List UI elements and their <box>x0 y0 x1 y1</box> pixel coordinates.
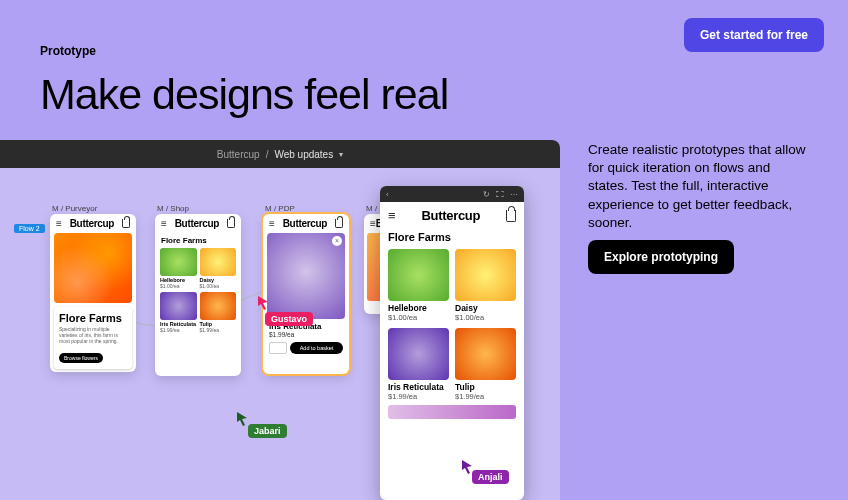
product-name: Tulip <box>455 382 516 392</box>
purveyor-card: Flore Farms Specializing in multiple var… <box>54 307 132 369</box>
product-image <box>160 248 197 276</box>
product-cell[interactable]: Daisy$1.00/ea <box>200 248 237 289</box>
product-image <box>455 249 516 301</box>
product-strip <box>388 405 516 419</box>
chevron-down-icon[interactable]: ▾ <box>339 150 343 159</box>
quantity-stepper[interactable] <box>269 342 287 354</box>
section-eyebrow: Prototype <box>40 44 96 58</box>
breadcrumb-root[interactable]: Buttercup <box>217 149 260 160</box>
flow-badge[interactable]: Flow 2 <box>14 224 45 233</box>
close-icon[interactable]: × <box>332 236 342 246</box>
preview-title: Flore Farms <box>380 229 524 249</box>
product-cell[interactable]: Iris Reticulata$1.99/ea <box>388 328 449 401</box>
product-image <box>200 292 237 320</box>
hamburger-icon[interactable]: ≡ <box>56 218 62 229</box>
expand-icon[interactable]: ⛶ <box>496 190 504 199</box>
product-cell[interactable]: Hellebore$1.00/ea <box>388 249 449 322</box>
hero-image <box>54 233 132 303</box>
hamburger-icon[interactable]: ≡ <box>161 218 167 229</box>
breadcrumb-page[interactable]: Web updates <box>274 149 333 160</box>
prototype-preview-window: ‹ ↻ ⛶ ⋯ ≡ Buttercup Flore Farms Hellebor… <box>380 186 524 500</box>
mock-frame-pdp[interactable]: ≡ Buttercup × Iris Reticulata $1.99/ea A… <box>263 214 349 374</box>
collaborator-cursor-gustavo: Gustavo <box>265 312 313 326</box>
product-name: Hellebore <box>388 303 449 313</box>
product-price: $1.00/ea <box>160 283 197 289</box>
product-price: $1.99/ea <box>455 392 516 401</box>
add-to-basket-button[interactable]: Add to basket <box>290 342 343 354</box>
product-image <box>160 292 197 320</box>
shopping-bag-icon[interactable] <box>122 219 130 228</box>
shopping-bag-icon[interactable] <box>506 210 516 222</box>
card-title: Flore Farms <box>59 312 127 324</box>
browse-flowers-button[interactable]: Browse flowers <box>59 353 103 363</box>
shop-title: Flore Farms <box>155 233 241 248</box>
shopping-bag-icon[interactable] <box>335 219 343 228</box>
product-cell[interactable]: Tulip$1.99/ea <box>200 292 237 333</box>
product-price: $1.00/ea <box>388 313 449 322</box>
collaborator-cursor-anjali: Anjali <box>472 470 509 484</box>
mock-frame-purveyor[interactable]: ≡ Buttercup Flore Farms Specializing in … <box>50 214 136 372</box>
back-icon[interactable]: ‹ <box>386 190 389 199</box>
section-description: Create realistic prototypes that allow f… <box>588 141 808 232</box>
product-price: $1.00/ea <box>455 313 516 322</box>
hamburger-icon[interactable]: ≡ <box>388 208 396 223</box>
product-price: $1.99/ea <box>388 392 449 401</box>
frame-label-shop[interactable]: M / Shop <box>157 204 189 213</box>
product-name: Iris Reticulata <box>388 382 449 392</box>
brand-logo: Buttercup <box>421 208 480 223</box>
product-hero-image: × <box>267 233 345 319</box>
frame-label-pdp[interactable]: M / PDP <box>265 204 295 213</box>
product-name: Daisy <box>455 303 516 313</box>
breadcrumb-separator: / <box>266 149 269 160</box>
product-cell[interactable]: Daisy$1.00/ea <box>455 249 516 322</box>
frame-label-cutoff[interactable]: M / <box>366 204 377 213</box>
frame-label-purveyor[interactable]: M / Purveyor <box>52 204 97 213</box>
collaborator-cursor-jabari: Jabari <box>248 424 287 438</box>
product-price: $1.99/ea <box>200 327 237 333</box>
mock-frame-shop[interactable]: ≡ Buttercup Flore Farms Hellebore$1.00/e… <box>155 214 241 376</box>
product-price: $1.99/ea <box>160 327 197 333</box>
product-image <box>455 328 516 380</box>
hamburger-icon[interactable]: ≡ <box>269 218 275 229</box>
product-image <box>388 249 449 301</box>
explore-prototyping-button[interactable]: Explore prototyping <box>588 240 734 274</box>
more-icon[interactable]: ⋯ <box>510 190 518 199</box>
get-started-button[interactable]: Get started for free <box>684 18 824 52</box>
canvas-toolbar: Buttercup / Web updates ▾ <box>0 140 560 168</box>
product-image <box>200 248 237 276</box>
product-image <box>388 328 449 380</box>
brand-logo: Buttercup <box>70 218 115 229</box>
product-price: $1.99/ea <box>263 331 349 338</box>
product-price: $1.00/ea <box>200 283 237 289</box>
product-cell[interactable]: Iris Reticulata$1.99/ea <box>160 292 197 333</box>
shopping-bag-icon[interactable] <box>227 219 235 228</box>
preview-toolbar: ‹ ↻ ⛶ ⋯ <box>380 186 524 202</box>
page-headline: Make designs feel real <box>40 70 448 119</box>
product-cell[interactable]: Tulip$1.99/ea <box>455 328 516 401</box>
brand-logo: Buttercup <box>283 218 328 229</box>
card-copy: Specializing in multiple varieties of ir… <box>59 326 127 344</box>
product-cell[interactable]: Hellebore$1.00/ea <box>160 248 197 289</box>
restart-icon[interactable]: ↻ <box>483 190 490 199</box>
brand-logo: Buttercup <box>175 218 220 229</box>
